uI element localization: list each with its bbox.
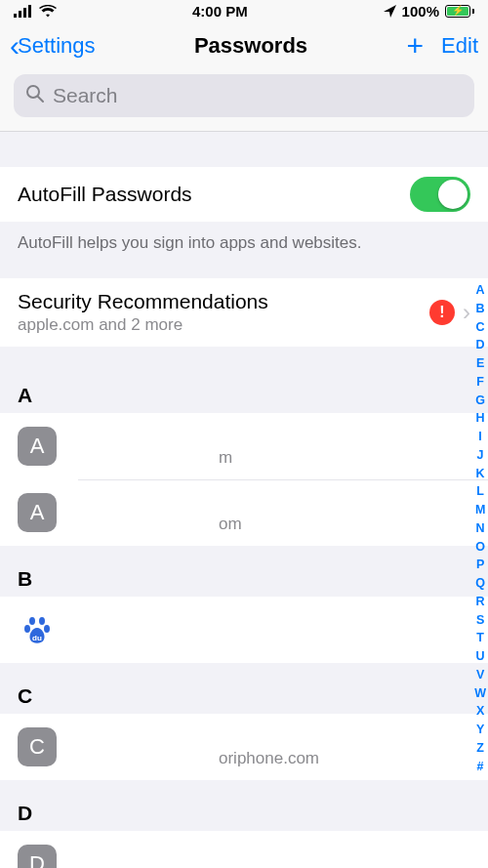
- row-text: xom: [72, 844, 470, 869]
- chevron-right-icon: ›: [463, 299, 470, 326]
- alert-icon: !: [429, 300, 455, 325]
- row-subtitle: m: [72, 448, 470, 468]
- index-letter[interactable]: Q: [475, 574, 485, 593]
- password-row[interactable]: dux: [0, 597, 488, 663]
- index-letter[interactable]: Y: [476, 721, 484, 739]
- svg-point-4: [27, 86, 39, 98]
- search-wrap: Search: [0, 70, 488, 131]
- index-letter[interactable]: N: [476, 519, 485, 538]
- index-letter[interactable]: F: [476, 373, 484, 392]
- location-icon: [384, 5, 396, 18]
- search-input[interactable]: Search: [14, 74, 474, 117]
- index-letter[interactable]: W: [474, 684, 486, 703]
- section-header: D: [0, 780, 488, 831]
- edit-button[interactable]: Edit: [441, 33, 478, 59]
- autofill-hint: AutoFill helps you sign into apps and we…: [0, 222, 488, 278]
- index-letter[interactable]: O: [475, 538, 485, 557]
- site-avatar: A: [18, 427, 57, 466]
- svg-point-8: [24, 625, 30, 633]
- section-header: C: [0, 663, 488, 714]
- row-text: x: [72, 619, 470, 641]
- row-text: xom: [72, 492, 470, 534]
- row-subtitle: oriphone.com: [72, 749, 470, 768]
- index-letter[interactable]: E: [476, 354, 484, 373]
- section-header: B: [0, 546, 488, 597]
- svg-point-9: [44, 625, 50, 633]
- row-text: xm: [72, 426, 470, 468]
- index-letter[interactable]: U: [476, 647, 485, 666]
- battery-percent: 100%: [402, 3, 439, 20]
- index-letter[interactable]: D: [476, 336, 485, 354]
- password-row[interactable]: Axom: [0, 479, 488, 546]
- index-letter[interactable]: L: [476, 482, 484, 501]
- cellular-signal-icon: [14, 5, 33, 18]
- security-recommendations-row[interactable]: Security Recommendations apple.com and 2…: [0, 278, 488, 347]
- svg-point-7: [39, 617, 45, 625]
- index-letter[interactable]: B: [476, 300, 485, 318]
- index-letter[interactable]: V: [476, 666, 484, 684]
- svg-text:du: du: [32, 634, 42, 642]
- index-letter[interactable]: I: [478, 428, 481, 446]
- index-letter[interactable]: X: [476, 702, 484, 721]
- password-row[interactable]: Cxoriphone.com: [0, 714, 488, 780]
- status-time: 4:00 PM: [192, 3, 248, 20]
- row-subtitle: om: [72, 515, 470, 534]
- index-letter[interactable]: G: [475, 392, 485, 410]
- svg-rect-0: [14, 14, 17, 18]
- autofill-toggle[interactable]: [410, 177, 470, 212]
- row-text: xoriphone.com: [72, 726, 470, 768]
- index-letter[interactable]: K: [476, 465, 485, 483]
- spacer: [0, 132, 488, 167]
- site-avatar: C: [18, 727, 57, 766]
- security-title: Security Recommendations: [18, 290, 268, 313]
- index-letter[interactable]: H: [476, 409, 485, 428]
- nav-bar: ‹ Settings Passwords + Edit: [0, 21, 488, 70]
- index-letter[interactable]: A: [476, 281, 485, 300]
- add-button[interactable]: +: [407, 29, 425, 62]
- site-avatar: A: [18, 493, 57, 532]
- autofill-label: AutoFill Passwords: [18, 183, 192, 206]
- back-button[interactable]: ‹ Settings: [10, 31, 96, 61]
- index-letter[interactable]: P: [476, 556, 484, 574]
- svg-rect-2: [23, 8, 26, 18]
- autofill-row: AutoFill Passwords: [0, 167, 488, 222]
- index-letter[interactable]: J: [477, 446, 484, 465]
- svg-point-6: [29, 617, 35, 625]
- svg-rect-1: [19, 11, 21, 18]
- index-letter[interactable]: #: [477, 758, 484, 776]
- wifi-icon: [39, 5, 57, 18]
- status-bar: 4:00 PM 100% ⚡: [0, 0, 488, 21]
- svg-rect-3: [28, 5, 31, 18]
- index-letter[interactable]: S: [476, 611, 484, 630]
- index-letter[interactable]: M: [475, 501, 485, 519]
- svg-line-5: [38, 97, 43, 102]
- page-title: Passwords: [194, 33, 307, 59]
- search-icon: [25, 84, 45, 108]
- password-row[interactable]: Axm: [0, 413, 488, 479]
- security-subtitle: apple.com and 2 more: [18, 315, 268, 335]
- search-placeholder: Search: [53, 84, 118, 107]
- index-letter[interactable]: T: [476, 629, 484, 647]
- site-avatar: du: [18, 610, 57, 649]
- back-label: Settings: [18, 33, 96, 59]
- index-letter[interactable]: C: [476, 318, 485, 337]
- index-letter[interactable]: R: [476, 593, 485, 611]
- battery-icon: ⚡: [445, 5, 474, 18]
- index-bar[interactable]: ABCDEFGHIJKLMNOPQRSTUVWXYZ#: [474, 281, 486, 775]
- password-row[interactable]: Dxom: [0, 831, 488, 868]
- site-avatar: D: [18, 845, 57, 868]
- section-header: A: [0, 347, 488, 413]
- index-letter[interactable]: Z: [476, 739, 484, 758]
